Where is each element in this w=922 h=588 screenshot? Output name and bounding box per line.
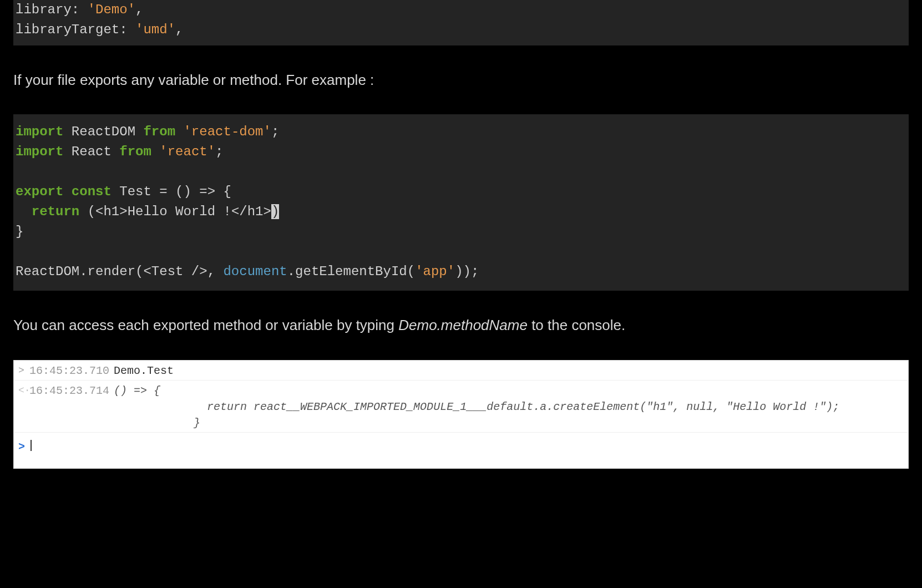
inline-code-italic: Demo.methodName xyxy=(398,317,528,333)
paragraph: You can access each exported method or v… xyxy=(13,315,909,335)
console-input-text: Demo.Test xyxy=(114,363,174,379)
code-string: 'umd' xyxy=(135,22,175,37)
code-string: 'react' xyxy=(159,144,215,159)
console-row-input: > 16:45:23.710 Demo.Test xyxy=(14,361,908,381)
code-keyword: import xyxy=(16,124,63,139)
console-prompt-row[interactable]: > xyxy=(14,433,908,468)
code-text: (<h1>Hello World !</h1> xyxy=(79,204,271,219)
code-keyword: export xyxy=(16,184,63,199)
console-input-arrow-icon: > xyxy=(18,363,29,378)
text-cursor-icon xyxy=(31,440,32,451)
text: You can access each exported method or v… xyxy=(13,317,398,333)
console-timestamp: 16:45:23.710 xyxy=(29,363,109,379)
paragraph: If your file exports any variable or met… xyxy=(13,70,909,90)
code-text: )); xyxy=(455,264,479,279)
code-keyword: from xyxy=(119,144,151,159)
code-keyword: from xyxy=(143,124,175,139)
console-prompt-arrow-icon: > xyxy=(18,438,29,455)
code-block-react-example: import ReactDOM from 'react-dom'; import… xyxy=(13,114,909,291)
code-block-webpack-config: library: 'Demo', libraryTarget: 'umd', xyxy=(13,0,909,45)
code-keyword: const xyxy=(72,184,112,199)
code-keyword: return xyxy=(32,204,79,219)
console-row-output: <· 16:45:23.714 () => { return react__WE… xyxy=(14,381,908,433)
article-body: library: 'Demo', libraryTarget: 'umd', I… xyxy=(0,0,922,491)
devtools-console: > 16:45:23.710 Demo.Test <· 16:45:23.714… xyxy=(13,360,909,469)
console-timestamp: 16:45:23.714 xyxy=(29,383,109,399)
code-string: 'react-dom' xyxy=(183,124,271,139)
code-text: .getElementById( xyxy=(287,264,415,279)
code-text xyxy=(16,204,32,219)
code-keyword: import xyxy=(16,144,63,159)
code-text: , xyxy=(135,2,143,17)
code-text xyxy=(151,144,159,159)
text: to the console. xyxy=(528,317,625,333)
code-text xyxy=(63,184,71,199)
code-text: } xyxy=(16,224,23,239)
code-string: 'Demo' xyxy=(88,2,135,17)
code-global: document xyxy=(223,264,287,279)
code-text: , xyxy=(175,22,183,37)
console-output-text: () => { return react__WEBPACK_IMPORTED_M… xyxy=(114,383,839,431)
console-output-arrow-icon: <· xyxy=(18,383,29,398)
code-text: ReactDOM.render(<Test />, xyxy=(16,264,223,279)
console-prompt-input[interactable] xyxy=(29,438,32,454)
code-text: library: xyxy=(16,2,88,17)
code-text xyxy=(175,124,183,139)
code-text: ; xyxy=(215,144,223,159)
code-text: ReactDOM xyxy=(63,124,143,139)
code-text: Test = () => { xyxy=(112,184,231,199)
code-cursor-char: ) xyxy=(271,204,279,219)
code-text: React xyxy=(63,144,119,159)
code-text: libraryTarget: xyxy=(16,22,135,37)
code-text: ; xyxy=(271,124,279,139)
code-string: 'app' xyxy=(415,264,455,279)
